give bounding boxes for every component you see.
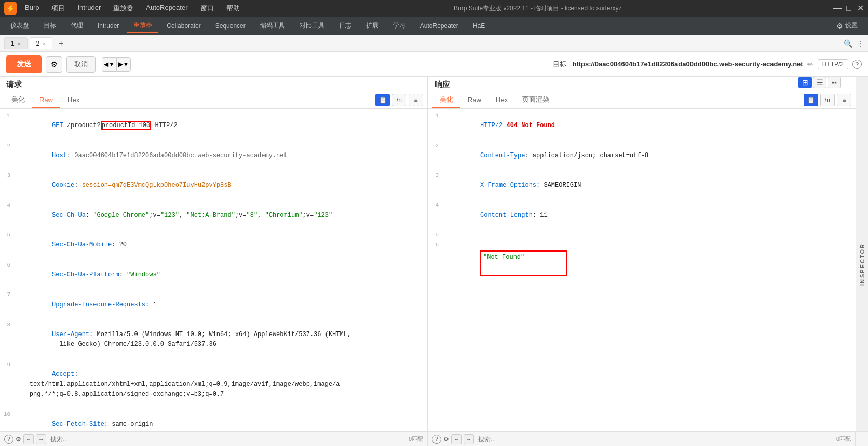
menu-project[interactable]: 项目	[49, 2, 67, 15]
main-content: 请求 美化 Raw Hex 📋 \n ≡ 1 GET /product?prod…	[0, 77, 868, 431]
response-tab-hex[interactable]: Hex	[489, 93, 515, 108]
nav-extensions[interactable]: 扩展	[360, 19, 385, 32]
response-tab-raw[interactable]: Raw	[460, 93, 489, 108]
response-prev-match[interactable]: ←	[451, 434, 462, 444]
response-search-input[interactable]	[476, 435, 834, 444]
response-search-section: ? ⚙ ← → 0匹配	[428, 432, 856, 446]
tab-bar: 1 × 2 × + 🔍 ⋮	[0, 35, 868, 52]
view-horiz-btn[interactable]: ☰	[813, 77, 826, 88]
titlebar: ⚡ Burp 项目 Intruder 重放器 AutoRepeater 窗口 帮…	[0, 0, 868, 17]
response-copy-tool[interactable]: 📋	[804, 94, 818, 106]
tab-2-label: 2	[36, 40, 40, 47]
request-next-match[interactable]: →	[36, 434, 46, 444]
navbar: 仪表盘 目标 代理 Intruder 重放器 Collaborator Sequ…	[0, 17, 868, 35]
request-line-4: 4 Sec-Ch-Ua: "Google Chrome";v="123", "N…	[0, 201, 427, 231]
toolbar: 发送 ⚙ 取消 ◀▼ ▶▼ 目标: https://0aac004604b17e…	[0, 52, 868, 77]
nav-dashboard[interactable]: 仪表盘	[4, 19, 35, 32]
productid-highlight: productId=100	[101, 121, 152, 130]
nav-target[interactable]: 目标	[37, 19, 62, 32]
target-edit-icon[interactable]: ✏	[807, 60, 813, 68]
method-token: GET	[52, 122, 67, 129]
response-tab-tools: 📋 \n ≡	[804, 94, 851, 106]
response-header-row: 响应 ⊞ ☰ ▪▪	[428, 77, 856, 90]
response-wrap-tool[interactable]: \n	[820, 94, 835, 106]
nav-comparer[interactable]: 对比工具	[293, 19, 331, 32]
nav-repeater[interactable]: 重放器	[127, 19, 158, 33]
app-logo: ⚡	[4, 2, 17, 15]
tab-1-close[interactable]: ×	[18, 41, 21, 47]
nav-sequencer[interactable]: Sequencer	[209, 20, 252, 32]
request-code-area[interactable]: 1 GET /product?productId=100 HTTP/2 2 Ho…	[0, 109, 427, 431]
response-title: 响应	[435, 80, 450, 90]
request-search-section: ? ⚙ ← → 0匹配	[0, 432, 428, 446]
request-line-6: 6 Sec-Ch-Ua-Platform: "Windows"	[0, 260, 427, 290]
menu-repeater[interactable]: 重放器	[111, 2, 135, 15]
response-menu-tool[interactable]: ≡	[837, 94, 851, 106]
nav-encoder[interactable]: 编码工具	[254, 19, 291, 32]
response-next-match[interactable]: →	[464, 434, 474, 444]
response-tabs: 美化 Raw Hex 页面渲染 📋 \n ≡	[428, 90, 856, 109]
request-tab-raw[interactable]: Raw	[32, 93, 60, 108]
tab-more-icon[interactable]: ⋮	[857, 39, 864, 48]
request-menu-tool[interactable]: ≡	[409, 94, 423, 106]
nav-learn[interactable]: 学习	[387, 19, 412, 32]
http-version-badge[interactable]: HTTP/2	[818, 59, 848, 69]
response-search-gear[interactable]: ⚙	[443, 436, 449, 443]
toolbar-target: 目标: https://0aac004604b17e1d82206ada00dd…	[553, 59, 862, 69]
nav-intruder[interactable]: Intruder	[91, 20, 125, 32]
request-tab-hex[interactable]: Hex	[60, 93, 87, 108]
request-tabs: 美化 Raw Hex 📋 \n ≡	[0, 90, 427, 109]
menu-burp[interactable]: Burp	[23, 2, 41, 15]
menu-intruder[interactable]: Intruder	[75, 2, 103, 15]
response-line-5: 5	[428, 230, 856, 240]
minimize-button[interactable]: —	[834, 5, 841, 12]
response-line-6: 6 "Not Found"	[428, 240, 856, 286]
request-copy-tool[interactable]: 📋	[375, 94, 390, 106]
nav-proxy[interactable]: 代理	[64, 19, 89, 32]
toolbar-help-icon[interactable]: ?	[852, 60, 862, 69]
response-tab-render[interactable]: 页面渲染	[515, 92, 557, 108]
close-button[interactable]: ✕	[857, 5, 864, 12]
menu-autorepeater[interactable]: AutoRepeater	[144, 2, 189, 15]
nav-arrows: ◀▼ ▶▼	[102, 57, 131, 72]
request-wrap-tool[interactable]: \n	[392, 94, 406, 106]
request-tab-beautify[interactable]: 美化	[4, 92, 32, 108]
nav-settings[interactable]: ⚙ 设置	[830, 19, 864, 32]
restore-button[interactable]: □	[845, 5, 852, 12]
request-prev-match[interactable]: ←	[23, 434, 34, 444]
settings-gear-icon: ⚙	[836, 22, 843, 30]
response-line-3: 3 X-Frame-Options: SAMEORIGIN	[428, 171, 856, 201]
menu-window[interactable]: 窗口	[198, 2, 216, 15]
view-compact-btn[interactable]: ▪▪	[828, 77, 841, 88]
nav-collaborator[interactable]: Collaborator	[160, 20, 207, 32]
tab-2[interactable]: 2 ×	[30, 37, 53, 49]
response-line-2: 2 Content-Type: application/json; charse…	[428, 141, 856, 171]
request-header-row: 请求	[0, 77, 427, 90]
request-line-3: 3 Cookie: session=qm7qE3VmcQgLkpOheo7Iuy…	[0, 171, 427, 201]
response-match-count: 0匹配	[836, 435, 851, 443]
response-tab-beautify[interactable]: 美化	[432, 92, 460, 108]
bottom-bar: ? ⚙ ← → 0匹配 ? ⚙ ← → 0匹配	[0, 431, 868, 446]
tab-search-icon[interactable]: 🔍	[844, 39, 852, 48]
nav-autorepeater[interactable]: AutoRepeater	[414, 20, 465, 32]
view-split-btn[interactable]: ⊞	[798, 77, 812, 88]
next-button[interactable]: ▶▼	[116, 57, 131, 72]
request-tab-tools: 📋 \n ≡	[375, 94, 423, 106]
request-search-help[interactable]: ?	[4, 435, 13, 444]
request-search-input[interactable]	[48, 435, 406, 444]
request-search-gear[interactable]: ⚙	[16, 436, 21, 443]
response-search-help[interactable]: ?	[432, 435, 441, 444]
menu-help[interactable]: 帮助	[224, 2, 242, 15]
prev-button[interactable]: ◀▼	[102, 57, 116, 72]
request-line-9: 9 Accept: text/html,application/xhtml+xm…	[0, 360, 427, 410]
send-button[interactable]: 发送	[6, 55, 42, 73]
response-code-area[interactable]: 1 HTTP/2 404 Not Found 2 Content-Type: a…	[428, 109, 856, 431]
tab-1[interactable]: 1 ×	[4, 37, 28, 49]
tab-add-button[interactable]: +	[55, 37, 67, 50]
tab-2-close[interactable]: ×	[43, 41, 46, 47]
cancel-button[interactable]: 取消	[66, 56, 96, 73]
nav-logger[interactable]: 日志	[333, 19, 358, 32]
nav-hae[interactable]: HaE	[467, 20, 491, 32]
response-line-4: 4 Content-Length: 11	[428, 201, 856, 231]
toolbar-gear-button[interactable]: ⚙	[46, 56, 62, 73]
